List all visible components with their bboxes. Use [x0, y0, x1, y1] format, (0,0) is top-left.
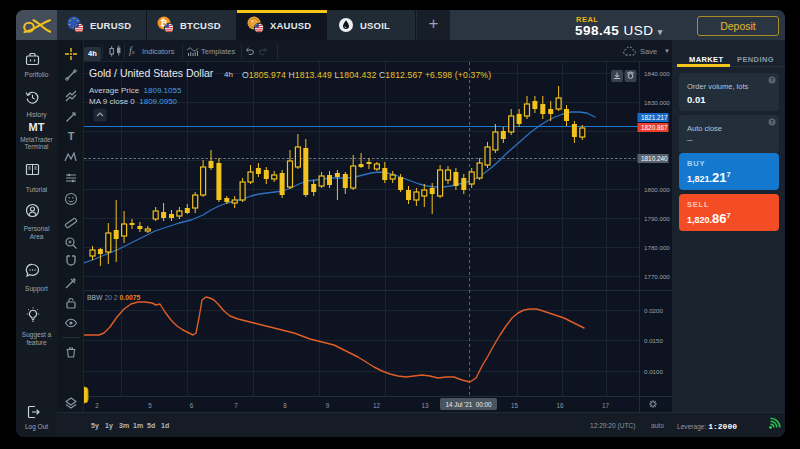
svg-text:13: 13 [421, 402, 429, 409]
svg-text:0.0150: 0.0150 [644, 337, 663, 344]
svg-text:0.0200: 0.0200 [644, 307, 663, 314]
svg-text:1821.217: 1821.217 [641, 114, 668, 121]
svg-text:1780.000: 1780.000 [644, 244, 670, 251]
svg-text:1840.000: 1840.000 [644, 70, 670, 77]
svg-text:7: 7 [234, 402, 238, 409]
svg-text:16: 16 [556, 402, 564, 409]
svg-text:1810.240: 1810.240 [641, 155, 668, 162]
svg-text:12: 12 [373, 402, 381, 409]
svg-text:9: 9 [326, 402, 330, 409]
svg-text:2: 2 [95, 402, 99, 409]
svg-text:17: 17 [602, 402, 610, 409]
svg-text:6: 6 [190, 402, 194, 409]
svg-text:1800.000: 1800.000 [644, 186, 670, 193]
svg-text:BBW 20 2 0.0075: BBW 20 2 0.0075 [87, 294, 141, 301]
svg-text:1820.867: 1820.867 [641, 124, 668, 131]
svg-text:8: 8 [283, 402, 287, 409]
svg-text:5: 5 [148, 402, 152, 409]
svg-text:1770.000: 1770.000 [644, 273, 670, 280]
svg-text:T: T [68, 130, 75, 142]
svg-text:1830.000: 1830.000 [644, 99, 670, 106]
svg-text:14 Jul '21 00:00: 14 Jul '21 00:00 [445, 401, 492, 408]
svg-text:1790.000: 1790.000 [644, 215, 670, 222]
svg-text:15: 15 [511, 402, 519, 409]
svg-text:0.0100: 0.0100 [644, 368, 663, 375]
